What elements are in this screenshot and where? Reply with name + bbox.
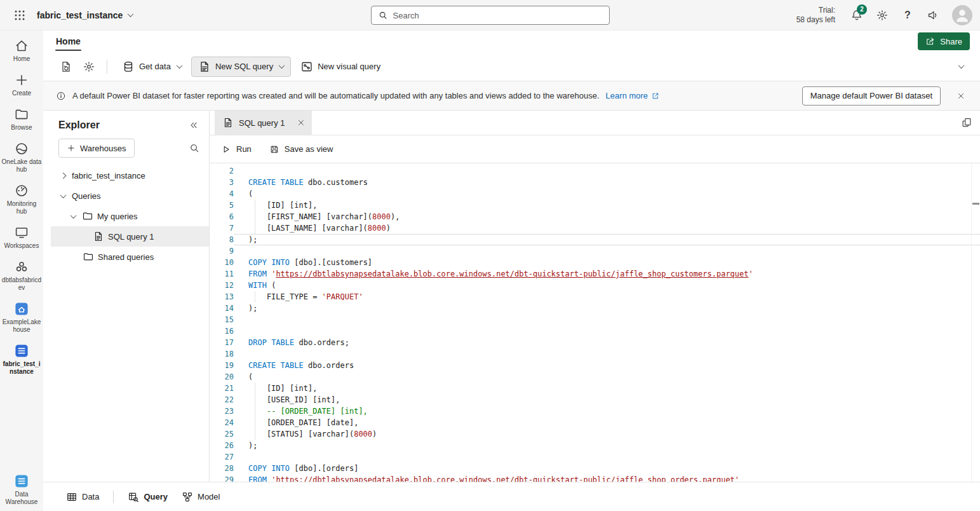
tree-item-fabric-test-instance[interactable]: fabric_test_instance: [51, 165, 209, 186]
code-line-22[interactable]: 22 [USER_ID] [int],: [210, 394, 980, 405]
rail-item-monitoring-hub[interactable]: Monitoring hub: [1, 183, 42, 215]
code-line-6[interactable]: 6 [FIRST_NAME] [varchar](8000),: [210, 211, 980, 222]
code-line-18[interactable]: 18: [210, 348, 980, 360]
chevron-down-icon: [279, 62, 285, 69]
tree-item-sql-query-1[interactable]: SQL query 1: [51, 226, 209, 247]
feedback-button[interactable]: [922, 4, 944, 27]
view-model[interactable]: Model: [182, 491, 220, 503]
rail-item-fabric-test-instance[interactable]: fabric_test_instance: [1, 343, 42, 376]
code-text: FROM 'https://dbtlabsynapsedatalake.blob…: [234, 474, 980, 482]
code-line-11[interactable]: 11FROM 'https://dbtlabsynapsedatalake.bl…: [210, 268, 980, 280]
sql-editor[interactable]: 23CREATE TABLE dbo.customers4(5 [ID] [in…: [210, 163, 980, 482]
gear-icon: [876, 9, 889, 22]
code-line-17[interactable]: 17DROP TABLE dbo.orders;: [210, 337, 980, 348]
code-line-3[interactable]: 3CREATE TABLE dbo.customers: [210, 177, 980, 188]
new-visual-query-button[interactable]: New visual query: [293, 57, 387, 77]
view-query[interactable]: Query: [128, 491, 168, 503]
code-line-27[interactable]: 27: [210, 451, 980, 463]
code-line-15[interactable]: 15: [210, 314, 980, 325]
tree-item-my-queries[interactable]: My queries: [51, 206, 209, 226]
collapse-ribbon-button[interactable]: [951, 57, 971, 77]
warehouse-settings-button[interactable]: [79, 57, 99, 77]
explorer-tree: fabric_test_instanceQueriesMy queriesSQL…: [51, 165, 209, 267]
workspace-switcher[interactable]: fabric_test_instance: [37, 10, 133, 20]
get-data-button[interactable]: Get data: [115, 57, 189, 77]
code-line-10[interactable]: 10COPY INTO [dbo].[customers]: [210, 257, 980, 268]
code-text: [234, 314, 980, 325]
explorer-search-button[interactable]: [189, 142, 200, 154]
query-tab-strip: SQL query 1: [210, 111, 980, 135]
chevron-down-icon[interactable]: [70, 212, 77, 219]
workspace-name: fabric_test_instance: [37, 10, 123, 20]
line-number: 15: [210, 314, 234, 325]
rail-item-label: Data Warehouse: [1, 491, 42, 506]
code-line-25[interactable]: 25 [STATUS] [varchar](8000): [210, 428, 980, 440]
tree-item-queries[interactable]: Queries: [51, 186, 209, 206]
code-text: [USER_ID] [int],: [234, 394, 980, 405]
search-input[interactable]: [393, 11, 603, 20]
tree-item-label: SQL query 1: [108, 232, 154, 242]
scrollbar-marker[interactable]: [972, 203, 979, 205]
code-line-5[interactable]: 5 [ID] [int],: [210, 200, 980, 211]
rail-item-label: Home: [13, 55, 30, 63]
learn-more-link[interactable]: Learn more: [606, 91, 660, 100]
code-line-13[interactable]: 13 FILE_TYPE = 'PARQUET': [210, 291, 980, 303]
notifications-button[interactable]: 2: [845, 4, 868, 27]
rail-item-workspaces[interactable]: Workspaces: [1, 225, 42, 250]
line-number: 23: [210, 405, 234, 417]
code-line-20[interactable]: 20(: [210, 371, 980, 383]
code-line-14[interactable]: 14);: [210, 303, 980, 314]
code-line-21[interactable]: 21 [ID] [int],: [210, 383, 980, 394]
sql-query-icon: [198, 60, 211, 73]
new-sql-query-button[interactable]: New SQL query: [191, 57, 291, 77]
app-launcher-button[interactable]: [9, 4, 30, 26]
code-line-28[interactable]: 28COPY INTO [dbo].[orders]: [210, 463, 980, 474]
editor-scrollbar[interactable]: [971, 163, 980, 482]
share-button[interactable]: Share: [918, 32, 970, 50]
collapse-explorer-button[interactable]: [189, 120, 199, 130]
tree-item-shared-queries[interactable]: Shared queries: [51, 247, 209, 267]
rail-item-dbtlabsfabricdev[interactable]: dbtlabsfabricdev: [1, 259, 42, 292]
settings-button-top[interactable]: [871, 4, 894, 27]
manage-dataset-button[interactable]: Manage default Power BI dataset: [802, 86, 941, 106]
rail-item-browse[interactable]: Browse: [1, 107, 42, 132]
add-warehouses-button[interactable]: Warehouses: [58, 139, 135, 158]
code-text: [234, 348, 980, 360]
code-line-9[interactable]: 9: [210, 245, 980, 257]
avatar[interactable]: [952, 5, 972, 25]
chevron-down-icon[interactable]: [60, 192, 67, 198]
new-report-button[interactable]: [56, 57, 76, 77]
code-line-12[interactable]: 12WITH (: [210, 280, 980, 291]
line-number: 7: [210, 222, 234, 234]
copy-button[interactable]: [961, 117, 972, 128]
banner-close-button[interactable]: [951, 86, 971, 106]
help-button[interactable]: ?: [896, 4, 919, 27]
chevron-right-icon[interactable]: [60, 172, 67, 179]
rail-item-data-warehouse[interactable]: Data Warehouse: [1, 474, 42, 506]
code-line-19[interactable]: 19CREATE TABLE dbo.orders: [210, 360, 980, 371]
code-line-24[interactable]: 24 [ORDER_DATE] [date],: [210, 417, 980, 428]
code-line-23[interactable]: 23 -- [ORDER_DATE] [int],: [210, 405, 980, 417]
run-button[interactable]: Run: [221, 144, 252, 154]
tab-home[interactable]: Home: [55, 31, 82, 52]
save-as-view-button[interactable]: Save as view: [269, 144, 333, 154]
rail-item-home[interactable]: Home: [1, 38, 42, 63]
divider: [113, 491, 114, 503]
ribbon-tab-row: Home Share: [43, 31, 980, 52]
code-line-2[interactable]: 2: [210, 165, 980, 177]
sql-file-icon: [222, 117, 234, 128]
close-icon: [957, 92, 965, 100]
code-line-8[interactable]: 8);: [210, 234, 980, 245]
code-line-16[interactable]: 16: [210, 325, 980, 337]
code-line-29[interactable]: 29FROM 'https://dbtlabsynapsedatalake.bl…: [210, 474, 980, 482]
rail-item-examplelakehouse[interactable]: ExampleLakehouse: [1, 301, 42, 334]
close-tab-icon[interactable]: [297, 118, 305, 127]
global-search[interactable]: [371, 6, 610, 25]
code-line-26[interactable]: 26);: [210, 440, 980, 451]
view-data[interactable]: Data: [66, 491, 99, 503]
code-line-7[interactable]: 7 [LAST_NAME] [varchar](8000): [210, 222, 980, 234]
rail-item-create[interactable]: Create: [1, 72, 42, 97]
tab-sql-query-1[interactable]: SQL query 1: [215, 111, 312, 135]
code-line-4[interactable]: 4(: [210, 188, 980, 200]
rail-item-onelake-data-hub[interactable]: OneLake data hub: [1, 141, 42, 174]
